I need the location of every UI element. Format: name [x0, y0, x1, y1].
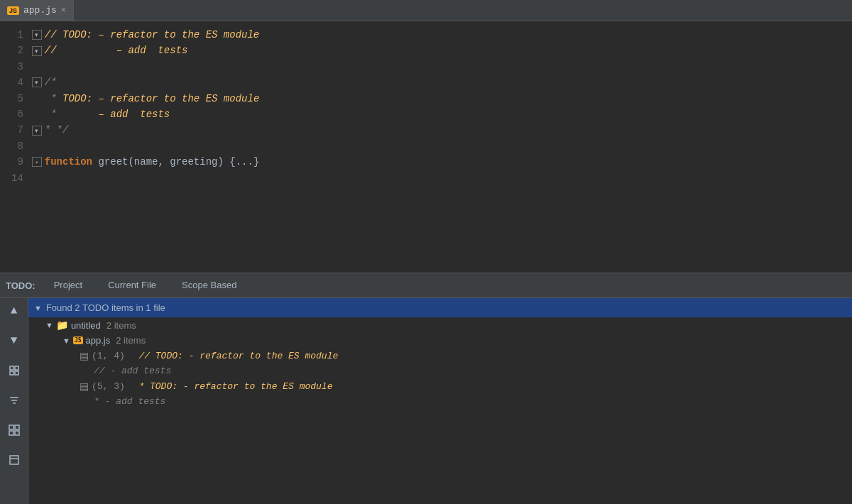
code-text: // TODO: – refactor to the ES module: [45, 27, 259, 43]
no-fold: [32, 106, 45, 122]
todo-item-1[interactable]: ▤ (1, 4) // TODO: - refactor to the ES m…: [28, 348, 852, 363]
layout-icon: [9, 454, 20, 466]
code-line: ▾ * */: [32, 122, 838, 138]
bottom-panel: ▲ ▼: [0, 298, 852, 504]
code-text: (name, greeting): [128, 154, 223, 170]
code-text: /*: [45, 75, 57, 90]
code-text: TODO: – refactor to the ES module: [62, 91, 259, 106]
scroll-down-button[interactable]: ▼: [6, 332, 23, 349]
expand-icon: [9, 365, 20, 376]
todo-tabs-bar: TODO: Project Current File Scope Based: [0, 273, 852, 298]
layout-button[interactable]: [6, 451, 23, 469]
js-file-icon: JS: [73, 336, 83, 344]
code-text: [45, 170, 50, 186]
fold-icon[interactable]: ▾: [32, 126, 42, 136]
tab-bar: JS app.js ×: [0, 0, 852, 21]
code-text: * */: [45, 122, 69, 138]
svg-rect-1: [15, 366, 18, 370]
code-line: [32, 138, 838, 154]
chevron-down-icon: ▼: [62, 336, 70, 345]
tree-header-text: Found 2 TODO items in 1 file: [46, 302, 165, 313]
code-content: ▾ // TODO: – refactor to the ES module ▾…: [32, 27, 852, 267]
todo-text-1-line2: // - add tests: [94, 366, 171, 376]
svg-rect-2: [10, 371, 13, 375]
tab-current-file[interactable]: Current File: [95, 273, 169, 298]
fold-icon[interactable]: ▪: [32, 157, 42, 167]
svg-rect-7: [9, 425, 13, 429]
file-tab[interactable]: JS app.js ×: [0, 0, 74, 21]
no-fold: [32, 170, 45, 186]
code-container: 1 2 3 4 5 6 7 8 9 14 ▾ // TODO: – refact…: [0, 21, 852, 273]
no-fold: [32, 138, 45, 154]
tree-file-item[interactable]: ▼ JS app.js 2 items: [28, 333, 852, 348]
code-text: *: [45, 91, 62, 106]
chevron-down-icon: ▼: [45, 321, 53, 329]
svg-rect-10: [15, 431, 19, 435]
no-fold: [32, 91, 45, 106]
filter-button[interactable]: [6, 392, 23, 409]
todo-item-icon: ▤: [80, 350, 89, 361]
todo-item-2[interactable]: ▤ (5, 3) * TODO: - refactor to the ES mo…: [28, 378, 852, 394]
code-line: ▾ /*: [32, 75, 838, 90]
svg-rect-0: [10, 366, 13, 370]
code-line: [32, 59, 838, 75]
todo-coord-2: (5, 3): [92, 381, 125, 392]
code-text: // – add tests: [45, 43, 188, 58]
svg-rect-11: [10, 456, 18, 464]
todo-text-1: // TODO: - refactor to the ES module: [128, 351, 338, 361]
code-text: *: [45, 106, 99, 122]
left-toolbar: ▲ ▼: [0, 298, 28, 504]
chevron-down-icon: ▼: [34, 304, 42, 312]
todo-label: TODO:: [6, 280, 36, 291]
tree-area[interactable]: ▼ Found 2 TODO items in 1 file ▼ 📁 untit…: [28, 298, 852, 504]
js-icon: JS: [7, 6, 19, 15]
todo-item-icon: ▤: [80, 380, 89, 392]
code-line: ▾ // – add tests: [32, 43, 838, 58]
group-button[interactable]: [6, 422, 23, 439]
scroll-up-button[interactable]: ▲: [6, 302, 23, 319]
tree-header: ▼ Found 2 TODO items in 1 file: [28, 298, 852, 317]
code-text: – add tests: [98, 106, 170, 122]
code-text: [45, 138, 50, 154]
project-name: untitled: [71, 320, 101, 331]
file-count: 2 items: [116, 335, 146, 346]
tab-project[interactable]: Project: [41, 273, 95, 298]
code-line: * – add tests: [32, 106, 838, 122]
code-line: * TODO: – refactor to the ES module: [32, 91, 838, 106]
line-numbers: 1 2 3 4 5 6 7 8 9 14: [0, 27, 32, 267]
project-count: 2 items: [106, 320, 136, 331]
fold-icon[interactable]: ▾: [32, 30, 42, 40]
fold-icon[interactable]: ▾: [32, 77, 42, 87]
editor-area: 1 2 3 4 5 6 7 8 9 14 ▾ // TODO: – refact…: [0, 21, 852, 273]
no-fold: [32, 59, 45, 75]
todo-item-1-line2: // - add tests: [28, 363, 852, 378]
code-line: [32, 170, 838, 186]
todo-text-2-line2: * - add tests: [94, 396, 165, 407]
tab-filename: app.js: [23, 5, 57, 16]
tab-scope-based[interactable]: Scope Based: [169, 273, 249, 298]
file-name: app.js: [86, 335, 111, 346]
svg-rect-3: [15, 371, 18, 375]
svg-rect-9: [9, 431, 13, 435]
code-text: [45, 59, 50, 75]
todo-text-2: * TODO: - refactor to the ES module: [128, 381, 333, 392]
code-line: ▾ // TODO: – refactor to the ES module: [32, 27, 838, 43]
expand-button[interactable]: [6, 362, 23, 379]
todo-coord-1: (1, 4): [92, 351, 125, 361]
code-keyword: function: [45, 154, 92, 170]
svg-rect-8: [15, 425, 19, 429]
close-icon[interactable]: ×: [61, 6, 66, 16]
code-text: {...}: [224, 154, 259, 170]
tree-project-item[interactable]: ▼ 📁 untitled 2 items: [28, 317, 852, 333]
filter-icon: [9, 395, 20, 406]
fold-icon[interactable]: ▾: [32, 46, 42, 56]
code-line: ▪ function greet (name, greeting) {...}: [32, 154, 838, 170]
code-text: greet: [92, 154, 128, 170]
folder-icon: 📁: [56, 319, 68, 331]
group-icon: [9, 424, 20, 436]
todo-item-2-line2: * - add tests: [28, 394, 852, 409]
